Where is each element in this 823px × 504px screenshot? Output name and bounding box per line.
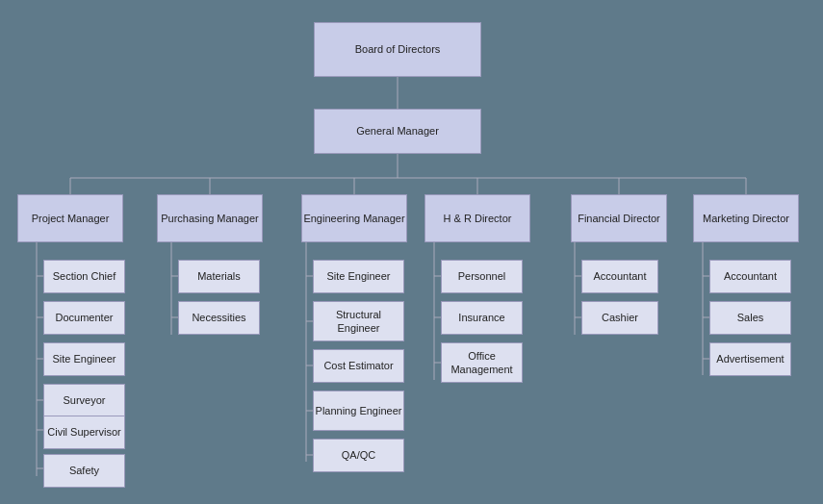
- general-manager: General Manager: [314, 109, 481, 154]
- dept-marketing-director: Marketing Director: [693, 194, 799, 242]
- board-of-directors: Board of Directors: [314, 22, 481, 77]
- org-chart: Board of Directors General Manager Proje…: [0, 0, 823, 504]
- sub-planning-engineer: Planning Engineer: [313, 391, 404, 431]
- sub-site-engineer-em: Site Engineer: [313, 260, 404, 293]
- sub-cashier: Cashier: [581, 301, 658, 335]
- sub-sales: Sales: [709, 301, 791, 335]
- sub-section-chief: Section Chief: [43, 260, 125, 293]
- sub-surveyor: Surveyor: [43, 384, 125, 417]
- dept-financial-director: Financial Director: [571, 194, 667, 242]
- sub-accountant-mkt: Accountant: [709, 260, 791, 293]
- sub-personnel: Personnel: [441, 260, 523, 293]
- sub-civil-supervisor: Civil Supervisor: [43, 416, 125, 449]
- sub-necessities: Necessities: [178, 301, 260, 335]
- sub-accountant-fin: Accountant: [581, 260, 658, 293]
- sub-materials: Materials: [178, 260, 260, 293]
- dept-purchasing-manager: Purchasing Manager: [157, 194, 263, 242]
- sub-safety: Safety: [43, 454, 125, 488]
- sub-site-engineer-pm: Site Engineer: [43, 342, 125, 376]
- sub-structural-engineer: Structural Engineer: [313, 301, 404, 341]
- sub-cost-estimator: Cost Estimator: [313, 349, 404, 383]
- dept-engineering-manager: Engineering Manager: [301, 194, 407, 242]
- dept-project-manager: Project Manager: [17, 194, 123, 242]
- sub-advertisement: Advertisement: [709, 342, 791, 376]
- dept-hr-director: H & R Director: [424, 194, 530, 242]
- sub-qaqc: QA/QC: [313, 439, 404, 472]
- sub-insurance: Insurance: [441, 301, 523, 335]
- sub-office-management: Office Management: [441, 342, 523, 383]
- sub-documenter: Documenter: [43, 301, 125, 335]
